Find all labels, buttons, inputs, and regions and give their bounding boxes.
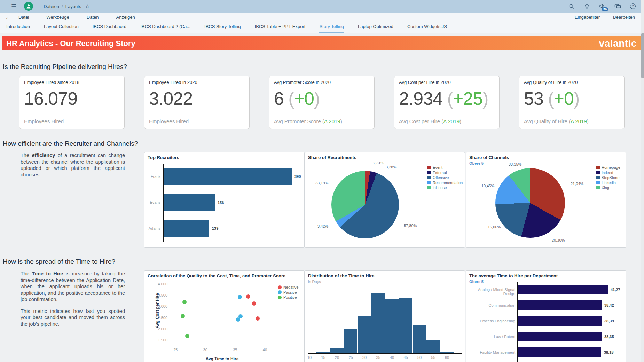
chart-title: Distribution of the Time to Hire — [308, 273, 374, 278]
kpi-card-employee-hired-in-2020: Employee Hired in 20203.022Employees Hir… — [144, 76, 250, 129]
kpi-subtitle: Avg Promoter Score (Δ 2019) — [274, 118, 370, 124]
x-axis-line — [170, 345, 277, 345]
x-tick: 15 — [320, 355, 327, 360]
kpi-card-avg-quality-of-hire-in-2020: Avg Quality of Hire in 202053 (+0)Avg Qu… — [519, 76, 625, 129]
section-heading-efficiency: How efficient are the Recruiter and Chan… — [3, 140, 138, 148]
legend-swatch — [596, 171, 600, 174]
pie-slice-label: 2,31% — [373, 161, 384, 165]
chart-title: Correlation of the Quality to the Cost, … — [148, 273, 285, 278]
kpi-subtitle: Avg Cost per Hire (Δ 2019) — [399, 118, 495, 124]
search-icon[interactable] — [568, 3, 575, 10]
tab-ibcs-table-ppt-export[interactable]: IBCS Table + PPT Export — [255, 22, 306, 33]
time-to-hire-paragraph: The Time to Hire is measure by taking th… — [21, 270, 125, 327]
category-label: Adams — [146, 226, 160, 230]
bar — [518, 347, 601, 357]
histogram-bar — [358, 316, 371, 353]
section-heading-time-to-hire: How is the spread of the Time to Hire? — [3, 258, 115, 266]
tab-custom-widgets-js[interactable]: Custom Widgets JS — [407, 22, 447, 33]
chart-card-distribution: Distribution of the Time to Hire in Days… — [305, 270, 465, 362]
action-bearbeiten[interactable]: Bearbeiten — [613, 15, 635, 20]
bar-value-label: 139 — [212, 226, 218, 230]
pie-slice-label: 15,06% — [488, 225, 501, 229]
kpi-title: Employee Hired since 2018 — [24, 80, 120, 85]
legend-item-recommendation: Recommendation — [427, 180, 463, 186]
legend-swatch — [596, 176, 600, 179]
x-tick: 40 — [261, 348, 269, 352]
y-axis-line — [170, 284, 170, 345]
menu-item-daten[interactable]: Daten — [87, 15, 99, 20]
menu-item-anzeigen[interactable]: Anzeigen — [116, 15, 135, 20]
category-label: Evans — [146, 200, 160, 204]
menubar-items: DateiWerkzeugeDatenAnzeigen — [18, 15, 135, 20]
x-tick: 10 — [306, 355, 313, 360]
tab-ibcs-dashboard-2-ca[interactable]: IBCS Dashboard 2 (Ca... — [140, 22, 190, 33]
legend: HomepageIndeedStepStoneLinkedinXing — [596, 165, 620, 190]
category-label: Law / Patent — [468, 335, 515, 339]
bar — [164, 220, 209, 237]
pie-slice-label: 33,15% — [509, 162, 521, 166]
pie-slice-label: 3,28% — [386, 165, 396, 169]
pie-chart — [495, 168, 565, 238]
bar-value-label: 390 — [294, 174, 301, 179]
tab-introduction[interactable]: Introduction — [6, 22, 30, 33]
pie-slice-label: 3,42% — [317, 224, 328, 228]
breadcrumb-parent[interactable]: Dateien — [44, 4, 59, 9]
legend-item-passive: Passive — [278, 290, 298, 295]
feedback-chat-icon[interactable] — [614, 3, 621, 10]
scatter-point-positive — [185, 334, 189, 338]
legend-item-event: Event — [427, 165, 463, 170]
chevron-down-icon[interactable]: ⌄ — [5, 15, 9, 20]
kpi-subtitle: Employees Hired — [24, 118, 120, 124]
tab-ibcs-story-telling[interactable]: IBCS Story Telling — [204, 22, 241, 33]
favorite-star-icon[interactable]: ☆ — [85, 3, 89, 9]
banner: HR Analytics - Our Recruiting Story vala… — [2, 36, 642, 50]
menubar: ⌄ DateiWerkzeugeDatenAnzeigen Eingabefil… — [0, 13, 644, 22]
tab-layout-collection[interactable]: Layout Collection — [44, 22, 79, 33]
section-heading-pipeline: Is the Recruiting Pipeline delivering Hi… — [3, 63, 127, 71]
chart-card-correlation: Correlation of the Quality to the Cost, … — [144, 270, 305, 362]
kpi-value: 2.934 (+25) — [399, 89, 495, 108]
category-label: Process Engineering — [468, 319, 515, 323]
breadcrumb: Dateien / Layouts ☆ — [44, 3, 89, 9]
legend-swatch — [278, 285, 282, 289]
y-tick: 2.000 — [153, 327, 167, 331]
menu-icon[interactable]: ☰ — [11, 3, 16, 10]
x-tick: 45 — [402, 355, 409, 360]
lightbulb-icon[interactable] — [583, 3, 590, 10]
vertical-scrollbar — [641, 0, 644, 362]
kpi-value: 3.022 — [149, 89, 245, 108]
pie-slice-label: 33,19% — [315, 181, 328, 185]
chart-subtitle: Obere 5 — [469, 280, 484, 284]
legend-item-stepstone: StepStone — [596, 175, 620, 180]
scrollbar-thumb[interactable] — [641, 33, 644, 78]
tab-laptop-optimized[interactable]: Laptop Optimized — [358, 22, 393, 33]
bar — [518, 285, 608, 294]
chart-title: The average Time to Hire per Department — [469, 273, 558, 278]
chart-subtitle: Obere 5 — [469, 161, 484, 165]
user-icon — [25, 3, 32, 9]
x-tick: 55 — [430, 355, 437, 360]
kpi-title: Avg Promoter Score in 2020 — [274, 80, 370, 85]
action-eingabefilter[interactable]: Eingabefilter — [575, 15, 600, 20]
menu-item-werkzeuge[interactable]: Werkzeuge — [46, 15, 69, 20]
y-axis-label: Avg Cost per Hire — [155, 293, 160, 328]
avatar[interactable] — [24, 2, 33, 11]
help-icon[interactable]: ? — [629, 3, 636, 10]
announcement-icon[interactable]: 50 — [599, 3, 606, 10]
legend-item-negative: Negative — [278, 285, 298, 290]
kpi-title: Employee Hired in 2020 — [149, 80, 245, 85]
breadcrumb-current[interactable]: Layouts — [65, 4, 81, 9]
tab-ibcs-dashbaord[interactable]: IBCS Dashbaord — [93, 22, 127, 33]
tab-story-telling[interactable]: Story Telling — [319, 22, 344, 33]
legend-swatch — [427, 186, 431, 189]
menubar-right: EingabefilterBearbeiten — [575, 15, 635, 20]
category-label: Communication — [468, 303, 515, 307]
kpi-subtitle: Employees Hired — [149, 118, 245, 124]
bar-value-label: 38,39 — [604, 319, 614, 323]
kpi-value: 53 (+0) — [524, 89, 620, 108]
kpi-value: 6 (+0) — [274, 89, 370, 108]
menu-item-datei[interactable]: Datei — [18, 15, 29, 20]
tabbar: IntroductionLayout CollectionIBCS Dashba… — [0, 22, 644, 33]
legend-item-homepage: Homepage — [596, 165, 620, 170]
bar — [164, 168, 292, 185]
